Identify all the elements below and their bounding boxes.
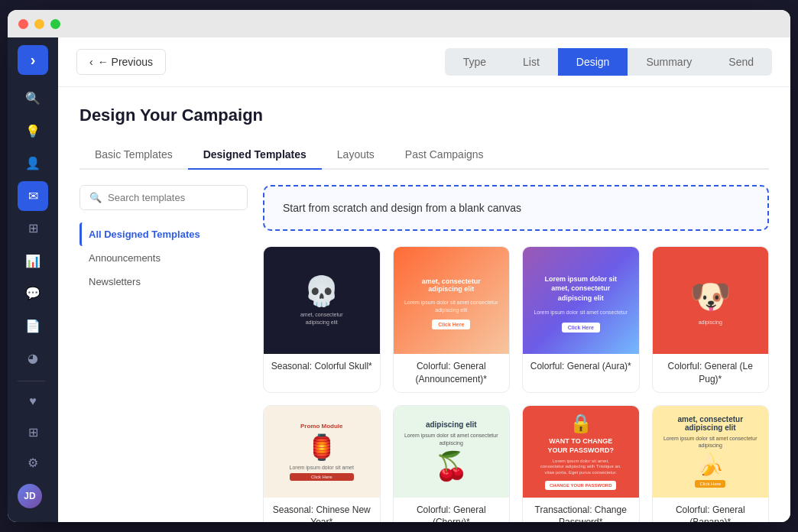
blank-canvas-card[interactable]: Start from scratch and design from a bla… — [263, 185, 769, 231]
heart-icon: ♥ — [29, 394, 37, 408]
template-thumb-password: 🔒 WANT TO CHANGEYOUR PASSWORD? Lorem ips… — [523, 406, 639, 498]
template-thumb-banana: amet, consecteturadipiscing elit Lorem i… — [653, 406, 769, 498]
template-card-chinese[interactable]: Promo Module 🏮 Lorem ipsum dolor sit ame… — [263, 405, 381, 522]
sidebar-item-search[interactable]: 🔍 — [18, 84, 48, 114]
previous-button[interactable]: ‹ ← Previous — [76, 49, 166, 75]
template-card-banana[interactable]: amet, consecteturadipiscing elit Lorem i… — [652, 405, 770, 522]
template-name-colorful-announcement: Colorful: General (Announcement)* — [394, 354, 510, 392]
step-design[interactable]: Design — [558, 48, 628, 76]
sidebar-item-chat[interactable]: 💬 — [18, 279, 48, 309]
bar-chart-icon: 📊 — [25, 254, 41, 268]
chevron-left-icon: ‹ — [89, 56, 93, 68]
template-thumb-pug: 🐶 adipiscing — [653, 247, 769, 354]
tabs: Basic Templates Designed Templates Layou… — [79, 141, 769, 170]
tab-layouts[interactable]: Layouts — [322, 141, 390, 170]
sidebar: › 🔍 💡 👤 ✉ ⊞ 📊 💬 📄 — [8, 37, 58, 522]
bulb-icon: 💡 — [25, 124, 41, 138]
chat-icon: 💬 — [25, 286, 41, 300]
template-name-chinese: Seasonal: Chinese New Year* — [264, 498, 380, 522]
search-icon: 🔍 — [25, 91, 41, 105]
sidebar-item-settings[interactable]: ⚙ — [18, 447, 48, 478]
sidebar-divider — [18, 381, 45, 381]
sidebar-bottom: ♥ ⊞ ⚙ JD — [18, 376, 48, 514]
sidebar-item-charts[interactable]: 📊 — [18, 246, 48, 276]
logo-icon: › — [31, 51, 36, 69]
filter-list: All Designed Templates Announcements New… — [79, 222, 248, 294]
sidebar-item-ideas[interactable]: 💡 — [18, 116, 48, 146]
sidebar-item-docs[interactable]: 📄 — [18, 311, 48, 341]
tab-layouts-label: Layouts — [337, 148, 375, 161]
email-icon: ✉ — [28, 189, 38, 203]
minimize-button[interactable] — [34, 19, 44, 29]
template-name-seasonal-skull: Seasonal: Colorful Skull* — [264, 354, 380, 379]
tab-basic-templates-label: Basic Templates — [95, 148, 173, 161]
filter-announcements[interactable]: Announcements — [79, 246, 248, 270]
step-send[interactable]: Send — [710, 48, 772, 76]
template-name-colorful-aura: Colorful: General (Aura)* — [523, 354, 639, 379]
template-card-password[interactable]: 🔒 WANT TO CHANGEYOUR PASSWORD? Lorem ips… — [522, 405, 640, 522]
step-summary-label: Summary — [646, 56, 692, 68]
step-type[interactable]: Type — [445, 48, 504, 76]
search-icon: 🔍 — [89, 192, 102, 203]
sidebar-item-email[interactable]: ✉ — [18, 181, 48, 211]
tab-designed-templates-label: Designed Templates — [203, 148, 307, 161]
step-type-label: Type — [463, 56, 486, 68]
steps-nav: Type List Design Summary Send — [445, 48, 772, 76]
template-card-colorful-pug[interactable]: 🐶 adipiscing Colorful: General (Le Pug)* — [652, 246, 770, 393]
avatar-initials: JD — [24, 491, 35, 501]
content-area: 🔍 All Designed Templates Announcements — [79, 185, 769, 522]
app-body: › 🔍 💡 👤 ✉ ⊞ 📊 💬 📄 — [8, 37, 790, 522]
template-card-colorful-aura[interactable]: Lorem ipsum dolor sitamet, consecteturad… — [522, 246, 640, 393]
template-card-seasonal-skull[interactable]: 💀 amet, consecteturadipiscing elit Seaso… — [263, 246, 381, 393]
pie-chart-icon: ◕ — [28, 351, 38, 365]
sidebar-item-users[interactable]: 👤 — [18, 149, 48, 179]
sidebar-item-analytics[interactable]: ◕ — [18, 344, 48, 374]
grid-icon: ⊞ — [28, 221, 38, 235]
filter-newsletters[interactable]: Newsletters — [79, 270, 248, 294]
main-content: ‹ ← Previous Type List Design Summary — [58, 37, 790, 522]
tab-basic-templates[interactable]: Basic Templates — [79, 141, 188, 170]
template-card-cherry[interactable]: adipiscing elit Lorem ipsum dolor sit am… — [393, 405, 511, 522]
search-input[interactable] — [108, 192, 238, 203]
template-name-banana: Colorful: General (Banana)* — [653, 498, 769, 522]
template-thumb-seasonal: 💀 amet, consecteturadipiscing elit — [264, 247, 380, 354]
doc-icon: 📄 — [25, 319, 41, 333]
tab-designed-templates[interactable]: Designed Templates — [188, 141, 322, 170]
top-bar: ‹ ← Previous Type List Design Summary — [58, 37, 790, 87]
template-card-colorful-announcement[interactable]: amet, consecteturadipiscing elit Lorem i… — [393, 246, 511, 393]
filter-newsletters-label: Newsletters — [89, 276, 141, 287]
template-thumb-aura: Lorem ipsum dolor sitamet, consecteturad… — [523, 247, 639, 354]
sidebar-item-apps[interactable]: ⊞ — [18, 417, 48, 447]
previous-label: ← Previous — [98, 56, 153, 68]
templates-area: Start from scratch and design from a bla… — [263, 185, 769, 522]
sidebar-item-favorites[interactable]: ♥ — [18, 386, 48, 417]
step-list-label: List — [523, 56, 540, 68]
sidebar-logo[interactable]: › — [18, 45, 48, 75]
step-send-label: Send — [728, 56, 754, 68]
sidebar-item-grid[interactable]: ⊞ — [18, 214, 48, 244]
step-design-label: Design — [576, 56, 610, 68]
user-icon: 👤 — [25, 156, 41, 170]
apps-icon: ⊞ — [28, 425, 38, 440]
filter-all-designed[interactable]: All Designed Templates — [79, 222, 248, 246]
search-box[interactable]: 🔍 — [79, 185, 248, 210]
maximize-button[interactable] — [50, 19, 60, 29]
close-button[interactable] — [18, 19, 28, 29]
gear-icon: ⚙ — [28, 456, 38, 470]
template-thumb-cherry: adipiscing elit Lorem ipsum dolor sit am… — [394, 406, 510, 498]
step-list[interactable]: List — [504, 48, 558, 76]
tab-past-campaigns[interactable]: Past Campaigns — [390, 141, 499, 170]
page-content: Design Your Campaign Basic Templates Des… — [58, 87, 790, 522]
avatar[interactable]: JD — [18, 484, 42, 508]
page-title: Design Your Campaign — [79, 105, 769, 125]
template-name-colorful-pug: Colorful: General (Le Pug)* — [653, 354, 769, 392]
step-summary[interactable]: Summary — [628, 48, 710, 76]
template-thumb-chinese: Promo Module 🏮 Lorem ipsum dolor sit ame… — [264, 406, 380, 498]
title-bar — [8, 10, 790, 37]
filter-announcements-label: Announcements — [89, 252, 161, 264]
filter-panel: 🔍 All Designed Templates Announcements — [79, 185, 248, 522]
template-name-password: Transactional: Change Password* — [523, 498, 639, 522]
tab-past-campaigns-label: Past Campaigns — [405, 148, 484, 161]
templates-grid: 💀 amet, consecteturadipiscing elit Seaso… — [263, 246, 769, 522]
app-window: › 🔍 💡 👤 ✉ ⊞ 📊 💬 📄 — [8, 10, 790, 522]
